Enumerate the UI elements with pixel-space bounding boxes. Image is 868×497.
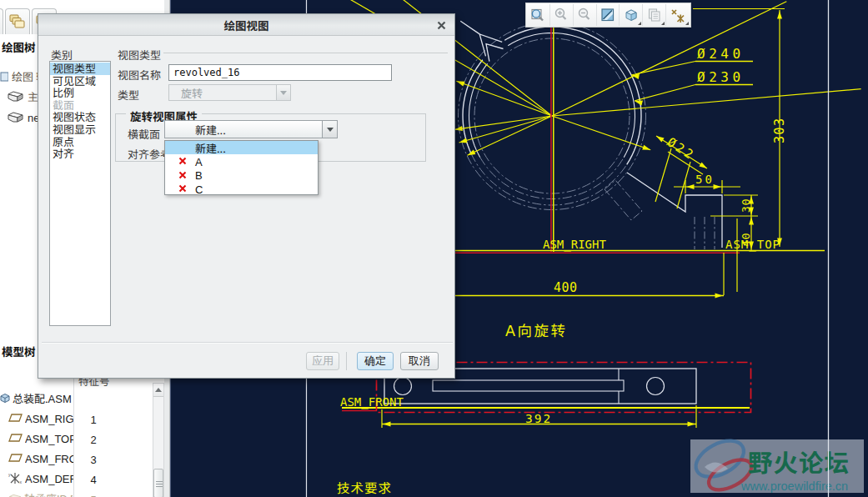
- datum-tag-right: ASM_RIGHT: [543, 238, 606, 252]
- watermark-site-name: 野火论坛: [748, 444, 850, 479]
- view-name-input[interactable]: [168, 64, 392, 81]
- assembly-icon: [0, 393, 10, 404]
- zoom-out-icon: [576, 7, 593, 23]
- cross-section-option-3[interactable]: C: [165, 182, 318, 195]
- coordinate-system-icon: yx: [8, 472, 23, 484]
- view-name-label: 视图名称: [118, 67, 161, 83]
- datum-tag-top: ASM_TOP: [725, 238, 780, 252]
- view-cube-icon: [7, 90, 24, 103]
- folder-stack-icon: [8, 13, 27, 30]
- category-list: 视图类型可见区域比例截面视图状态视图显示原点对齐: [49, 61, 111, 326]
- dim-50: 50: [695, 173, 715, 186]
- zoom-window-button[interactable]: [527, 4, 550, 26]
- feature-number: 5: [77, 491, 110, 497]
- button-separator: [346, 352, 347, 370]
- navigator-tab-drawing-tree[interactable]: [5, 8, 30, 34]
- category-item-2[interactable]: 比例: [50, 87, 110, 99]
- watermark-site-url: www.proewildfire.cn: [740, 479, 848, 493]
- model-tree-item-label: ASM_DEF_: [25, 470, 73, 486]
- dim-303: 303: [772, 117, 787, 143]
- dim-400: 400: [554, 280, 578, 295]
- type-dropdown-button[interactable]: [276, 85, 290, 100]
- cross-section-dropdown-list: 新建...ABC: [164, 140, 319, 195]
- feature-number: 4: [77, 471, 110, 487]
- datum-tag-front: ASM_FRONT: [340, 395, 404, 409]
- datum-display-button[interactable]: [666, 4, 690, 26]
- cross-section-label: 横截面: [128, 126, 160, 142]
- datum-plane-icon: [8, 413, 23, 423]
- cross-section-option-1[interactable]: A: [165, 154, 318, 168]
- model-tree-row-asm-front[interactable]: ASM_FRONT: [0, 449, 73, 466]
- view-type-section-title: 视图类型: [118, 47, 161, 63]
- ok-button[interactable]: 确定: [357, 352, 394, 370]
- scrollbar-up-button[interactable]: [153, 384, 163, 397]
- model-tree-row-topasm[interactable]: 总装配.ASM: [0, 389, 72, 406]
- model-tree-scrollbar[interactable]: [153, 383, 164, 497]
- chevron-down-icon: [327, 128, 334, 132]
- scrollbar-grip: [156, 481, 163, 487]
- dialog-title: 绘图视图: [224, 17, 269, 33]
- zoom-out-button[interactable]: [574, 4, 597, 26]
- model-tree-row-part[interactable]: 轴承座ID P: [0, 489, 73, 497]
- delete-x-icon: [178, 157, 187, 165]
- datum-display-icon: [670, 7, 686, 23]
- tech-requirements-note: 技术要求: [337, 478, 392, 496]
- close-icon: [437, 21, 446, 30]
- sheet-display-button[interactable]: [643, 4, 666, 26]
- model-tree-title: 模型树: [2, 343, 36, 359]
- category-item-4[interactable]: 视图状态: [50, 111, 110, 123]
- sheet-display-icon: [646, 7, 663, 23]
- watermark: 野火论坛www.proewildfire.cn: [690, 434, 864, 496]
- dropdown-corner-mark: [638, 22, 641, 25]
- zoom-window-icon: [529, 7, 546, 23]
- chevron-down-icon: [280, 91, 287, 95]
- drawing-tree-view-main[interactable]: 主: [0, 88, 38, 104]
- scrollbar-thumb[interactable]: [153, 469, 163, 497]
- category-item-0[interactable]: 视图类型: [50, 63, 110, 75]
- model-tree-item-label: ASM_FRONT: [25, 450, 73, 466]
- shaded-view-button[interactable]: [620, 4, 643, 26]
- drawing-tree-title: 绘图树: [2, 38, 36, 55]
- section-divider: [163, 53, 448, 53]
- dropdown-corner-mark: [661, 22, 665, 25]
- repaint-button[interactable]: [597, 4, 620, 26]
- navigator-tab-0[interactable]: [0, 8, 3, 34]
- dim-dia240: Ø240: [697, 46, 745, 62]
- view-cube-icon: [7, 111, 24, 123]
- cross-section-option-2[interactable]: B: [165, 168, 318, 182]
- model-tree: 特征号总装配.ASMASM_RIGHT1ASM_TOP2ASM_FRONT3yx…: [0, 373, 164, 497]
- cross-section-option-0[interactable]: 新建...: [165, 141, 318, 154]
- category-item-3[interactable]: 截面: [50, 99, 110, 112]
- part-icon: [8, 493, 22, 497]
- shaded-view-icon: [623, 7, 640, 23]
- model-tree-column-divider: [73, 373, 74, 497]
- model-tree-row-asm-top[interactable]: ASM_TOP: [0, 429, 73, 446]
- view-rotation-note: A向旋转: [505, 319, 567, 340]
- datum-plane-icon: [8, 453, 23, 463]
- apply-button[interactable]: 应用: [306, 352, 339, 370]
- dialog-close-button[interactable]: [434, 18, 449, 33]
- type-combobox[interactable]: 旋转: [168, 84, 291, 101]
- feature-number: 2: [77, 431, 110, 447]
- graphics-toolbar: [525, 3, 691, 28]
- cross-section-combobox[interactable]: 新建...: [164, 120, 338, 138]
- dialog-title-bar[interactable]: 绘图视图: [38, 14, 454, 36]
- feature-number: 1: [77, 411, 110, 427]
- model-tree-row-asm-def[interactable]: yxASM_DEF_: [0, 469, 73, 486]
- category-item-7[interactable]: 对齐: [50, 148, 110, 160]
- feature-number: 3: [77, 451, 110, 467]
- model-tree-item-label: ASM_RIGHT: [25, 410, 73, 426]
- drawing-tree-view-new[interactable]: ne: [0, 109, 39, 125]
- cross-section-dropdown-button[interactable]: [322, 121, 337, 138]
- category-item-6[interactable]: 原点: [50, 136, 110, 148]
- cancel-button[interactable]: 取消: [400, 352, 439, 370]
- delete-x-icon: [178, 171, 187, 179]
- model-tree-row-asm-right[interactable]: ASM_RIGHT: [0, 409, 73, 426]
- zoom-in-button[interactable]: [550, 4, 574, 26]
- category-item-5[interactable]: 视图显示: [50, 123, 110, 136]
- up-arrow-icon: [155, 388, 162, 392]
- model-tree-item-label: 轴承座ID P: [24, 490, 73, 497]
- category-item-1[interactable]: 可见区域: [50, 75, 110, 88]
- model-tree-item-label: ASM_TOP: [25, 430, 73, 446]
- type-label: 类型: [118, 87, 139, 103]
